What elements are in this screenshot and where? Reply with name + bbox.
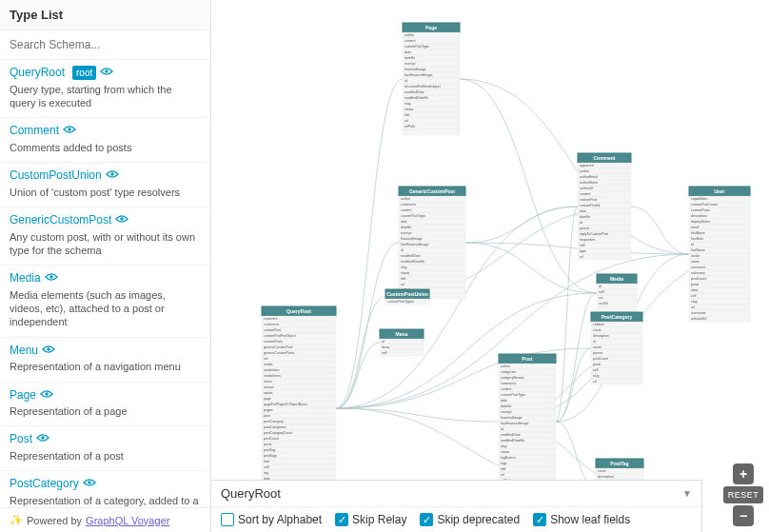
- svg-text:author: author: [401, 197, 411, 201]
- svg-text:url: url: [401, 283, 404, 286]
- svg-text:name: name: [593, 345, 601, 349]
- svg-text:featuredImage: featuredImage: [404, 68, 426, 71]
- svg-text:User: User: [714, 188, 724, 194]
- svg-text:description: description: [598, 475, 614, 479]
- svg-text:Menu: Menu: [395, 331, 407, 337]
- svg-text:mediaItems: mediaItems: [264, 374, 281, 378]
- node-user[interactable]: UsercapabilitiescustomPostCountcustomPos…: [689, 187, 750, 322]
- svg-text:postCount: postCount: [593, 357, 608, 361]
- eye-icon: [45, 271, 58, 286]
- svg-text:authorUrl: authorUrl: [580, 187, 594, 190]
- svg-rect-341: [689, 305, 750, 310]
- svg-text:option: option: [264, 391, 273, 395]
- node-postcategory[interactable]: PostCategorychildrencountdescriptionidna…: [591, 312, 642, 384]
- svg-text:posts: posts: [264, 443, 272, 446]
- checkbox-box: ✓: [533, 513, 546, 526]
- root-type-selector[interactable]: QueryRoot ▼: [211, 481, 701, 507]
- svg-rect-335: [689, 287, 750, 293]
- svg-rect-65: [262, 464, 336, 470]
- type-desc: Representation of a navigation menu: [10, 360, 201, 373]
- type-name: QueryRootroot: [10, 66, 113, 81]
- type-name: Menu: [10, 344, 55, 359]
- svg-text:id: id: [593, 340, 596, 344]
- zoom-out-button[interactable]: −: [733, 505, 754, 526]
- node-custompostunion[interactable]: CustomPostUnioncustomPostTypes: [385, 289, 429, 305]
- svg-rect-111: [403, 112, 460, 118]
- type-item-menu[interactable]: MenuRepresentation of a navigation menu: [0, 338, 210, 383]
- node-comment[interactable]: CommentapprovedauthorauthorEmailauthorNa…: [578, 153, 631, 260]
- checkbox-skip-relay[interactable]: ✓Skip Relay: [335, 513, 406, 526]
- svg-point-3: [121, 217, 125, 221]
- svg-rect-243: [499, 472, 556, 478]
- edge-Post-PostTag: [556, 422, 596, 486]
- eye-icon: [42, 344, 55, 359]
- type-desc: Representation of a category, added to a…: [10, 494, 201, 507]
- svg-text:items: items: [382, 345, 390, 349]
- svg-text:customPosts: customPosts: [691, 208, 710, 212]
- svg-text:pageForPluginOrObjectName: pageForPluginOrObjectName: [264, 403, 307, 406]
- svg-text:id: id: [404, 79, 407, 83]
- svg-text:username: username: [691, 311, 706, 315]
- svg-text:self: self: [382, 351, 386, 355]
- type-item-genericcustompost[interactable]: GenericCustomPostAny custom post, with o…: [0, 207, 210, 266]
- svg-rect-45: [262, 407, 336, 413]
- node-menu[interactable]: Menuiditemsself: [380, 329, 424, 356]
- svg-rect-67: [262, 470, 336, 476]
- svg-point-1: [68, 128, 71, 131]
- svg-text:Post: Post: [523, 356, 533, 362]
- svg-text:urlPath: urlPath: [404, 125, 415, 128]
- svg-text:count: count: [598, 469, 606, 473]
- checkbox-box: ✓: [420, 513, 433, 526]
- node-genericcustompost[interactable]: GenericCustomPostauthorcommentscontentcu…: [399, 187, 465, 299]
- node-page[interactable]: PageauthorcontentcustomPostTypedatedateS…: [403, 23, 460, 135]
- checkbox-show-leaf-fields[interactable]: ✓Show leaf fields: [533, 513, 630, 526]
- edge-Post-Comment: [556, 207, 578, 422]
- search-input[interactable]: [0, 30, 210, 60]
- type-item-post[interactable]: PostRepresentation of a post: [0, 426, 210, 471]
- svg-point-8: [88, 482, 91, 485]
- edge-Page-Media: [460, 79, 597, 293]
- svg-rect-113: [403, 118, 460, 124]
- svg-text:customPosts: customPosts: [264, 340, 283, 344]
- node-media[interactable]: MediaidselfsrcsrcSet: [597, 274, 637, 312]
- svg-text:excerpt: excerpt: [404, 62, 416, 66]
- svg-text:slug: slug: [401, 266, 406, 269]
- edge-QueryRoot-Menu: [336, 343, 380, 408]
- svg-text:PostTag: PostTag: [610, 461, 628, 466]
- svg-text:slug: slug: [593, 374, 599, 378]
- type-item-page[interactable]: PageRepresentation of a page: [0, 383, 210, 427]
- svg-rect-277: [591, 367, 642, 373]
- svg-text:media: media: [264, 363, 273, 366]
- svg-text:comment: comment: [264, 317, 277, 321]
- zoom-reset-button[interactable]: RESET: [723, 486, 763, 503]
- graph-canvas[interactable]: QueryRootcommentcommentscustomPostcustom…: [211, 0, 769, 532]
- svg-text:modifiedDate: modifiedDate: [404, 90, 424, 94]
- svg-rect-250: [597, 284, 637, 289]
- svg-rect-174: [399, 247, 465, 253]
- zoom-in-button[interactable]: +: [733, 463, 754, 484]
- svg-text:postCategories: postCategories: [264, 425, 286, 429]
- type-desc: Representation of a post: [10, 449, 201, 463]
- svg-text:tags: tags: [501, 462, 507, 465]
- type-item-postcategory[interactable]: PostCategoryRepresentation of a category…: [0, 471, 210, 507]
- node-post[interactable]: PostauthorcategoriescategoryNamescomment…: [499, 354, 556, 489]
- svg-text:self: self: [264, 465, 268, 469]
- svg-rect-148: [578, 243, 631, 248]
- svg-text:srcSet: srcSet: [599, 302, 608, 305]
- checkbox-skip-deprecated[interactable]: ✓Skip deprecated: [420, 513, 520, 526]
- svg-text:date: date: [501, 399, 507, 403]
- svg-rect-186: [399, 282, 465, 287]
- type-name: Post: [10, 432, 49, 447]
- type-item-media[interactable]: MediaMedia elements (such as images, vid…: [0, 266, 210, 337]
- type-item-queryroot[interactable]: QueryRootrootQuery type, starting from w…: [0, 60, 210, 118]
- edge-Post-PostCategory: [556, 348, 591, 422]
- svg-text:responses: responses: [580, 238, 595, 242]
- svg-text:content: content: [580, 192, 591, 196]
- checkbox-sort-by-alphabet[interactable]: Sort by Alphabet: [221, 513, 322, 526]
- type-item-comment[interactable]: CommentComments added to posts: [0, 118, 210, 163]
- svg-text:pages: pages: [264, 408, 273, 412]
- voyager-link[interactable]: GraphQL Voyager: [86, 515, 169, 526]
- type-item-custompostunion[interactable]: CustomPostUnionUnion of 'custom post' ty…: [0, 163, 210, 207]
- svg-text:excerpt: excerpt: [501, 410, 512, 414]
- svg-text:title: title: [401, 277, 406, 281]
